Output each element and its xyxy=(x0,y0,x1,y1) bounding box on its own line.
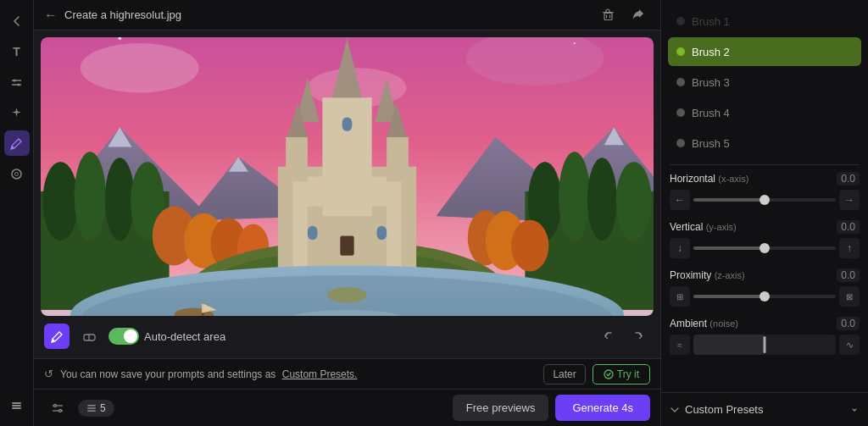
proximity-fill xyxy=(693,295,765,298)
vertical-thumb[interactable] xyxy=(760,243,770,253)
horizontal-track[interactable] xyxy=(693,198,836,202)
brush-label-3: Brush 3 xyxy=(692,76,730,89)
eraser-tool-button[interactable] xyxy=(76,324,102,349)
vertical-axis: (y-axis) xyxy=(706,222,737,232)
proximity-axis: (z-axis) xyxy=(715,270,745,280)
export-button[interactable] xyxy=(626,3,650,27)
brush-item-5[interactable]: Brush 5 xyxy=(668,129,861,158)
svg-rect-81 xyxy=(87,405,96,407)
undo-redo-group xyxy=(596,324,650,349)
canvas-image[interactable] xyxy=(41,37,654,316)
proximity-left-button[interactable]: ⊞ xyxy=(670,286,690,307)
custom-presets-arrow-icon xyxy=(670,405,680,415)
auto-detect-toggle-wrap: Auto-detect area xyxy=(108,328,225,345)
custom-presets-footer[interactable]: Custom Presets xyxy=(661,392,868,426)
proximity-slider-header: Proximity (z-axis) 0.0 xyxy=(670,268,860,282)
ambient-left-button[interactable]: ≈ xyxy=(670,335,690,355)
svg-rect-82 xyxy=(87,407,96,409)
nav-back-icon[interactable] xyxy=(4,8,30,34)
ambient-slider-row: ≈ ∿ xyxy=(670,335,860,355)
top-back-icon[interactable]: ← xyxy=(44,8,58,23)
svg-rect-63 xyxy=(340,235,353,255)
proximity-slider-group: Proximity (z-axis) 0.0 ⊞ ⊠ xyxy=(670,268,860,307)
svg-point-15 xyxy=(81,43,199,92)
brush-item-2[interactable]: Brush 2 xyxy=(668,37,861,66)
horizontal-right-button[interactable]: → xyxy=(839,190,860,210)
auto-detect-label: Auto-detect area xyxy=(144,330,225,343)
horizontal-slider-row: ← → xyxy=(670,190,860,210)
ambient-slider-header: Ambient (noise) 0.0 xyxy=(670,317,860,330)
proximity-label: Proximity (z-axis) xyxy=(670,269,745,281)
ambient-thumb[interactable] xyxy=(764,336,766,353)
notif-link[interactable]: Custom Presets. xyxy=(282,368,358,380)
ambient-track[interactable] xyxy=(693,335,836,355)
brush-label-1: Brush 1 xyxy=(692,15,730,28)
main-content: ← Create a highresolut.jpg xyxy=(34,0,660,426)
brush-dot-1 xyxy=(676,17,685,25)
brush-item-1[interactable]: Brush 1 xyxy=(668,7,861,36)
undo-button[interactable] xyxy=(596,324,621,349)
brush-dot-2 xyxy=(676,47,685,56)
image-container xyxy=(41,37,654,316)
svg-rect-62 xyxy=(376,226,387,240)
bottom-bar: 5 Free previews Generate 4s xyxy=(34,389,660,426)
step-badge[interactable]: 5 xyxy=(78,400,114,417)
svg-point-4 xyxy=(12,146,14,148)
svg-rect-50 xyxy=(322,97,371,216)
ambient-value: 0.0 xyxy=(837,317,860,330)
notification-bar: ↺ You can now save your prompts and sett… xyxy=(34,358,660,389)
horizontal-thumb[interactable] xyxy=(760,195,770,205)
svg-rect-61 xyxy=(308,226,318,240)
top-actions xyxy=(596,3,650,27)
ambient-slider-group: Ambient (noise) 0.0 ≈ ∿ xyxy=(670,317,860,355)
vertical-slider-row: ↓ ↑ xyxy=(670,238,860,258)
svg-point-35 xyxy=(587,158,617,241)
settings-button[interactable] xyxy=(44,395,71,422)
nav-circle-icon[interactable] xyxy=(4,161,30,186)
svg-point-34 xyxy=(559,152,590,241)
nav-brush-icon[interactable] xyxy=(4,130,30,156)
svg-point-73 xyxy=(52,339,54,341)
image-toolbar: Auto-detect area xyxy=(41,321,654,351)
svg-point-72 xyxy=(327,287,367,303)
brush-tool-button[interactable] xyxy=(44,324,70,349)
horizontal-left-button[interactable]: ← xyxy=(670,190,690,210)
brush-list: Brush 1 Brush 2 Brush 3 Brush 4 Brush 5 xyxy=(661,0,868,164)
svg-point-3 xyxy=(18,83,20,86)
svg-rect-83 xyxy=(87,410,96,412)
generate-button[interactable]: Generate 4s xyxy=(555,395,650,421)
free-previews-button[interactable]: Free previews xyxy=(453,395,549,421)
svg-rect-56 xyxy=(286,137,308,181)
vertical-left-button[interactable]: ↓ xyxy=(670,238,690,258)
brush-item-3[interactable]: Brush 3 xyxy=(668,68,861,97)
vertical-fill xyxy=(693,246,765,250)
left-sidebar: T xyxy=(0,0,34,426)
proximity-value: 0.0 xyxy=(837,268,860,282)
nav-magic-icon[interactable] xyxy=(4,100,30,125)
ambient-right-button[interactable]: ∿ xyxy=(839,335,860,355)
brush-dot-4 xyxy=(676,108,685,117)
later-button[interactable]: Later xyxy=(543,364,585,385)
brush-item-4[interactable]: Brush 4 xyxy=(668,98,861,127)
top-bar: ← Create a highresolut.jpg xyxy=(34,0,660,30)
brush-dot-3 xyxy=(676,78,685,86)
try-it-button[interactable]: Try it xyxy=(593,364,650,385)
svg-point-28 xyxy=(42,162,78,241)
canvas-area: Auto-detect area xyxy=(34,30,660,358)
proximity-track[interactable] xyxy=(693,295,836,298)
delete-button[interactable] xyxy=(596,3,620,27)
redo-button[interactable] xyxy=(625,324,650,349)
nav-layers-icon[interactable] xyxy=(4,392,30,418)
proximity-thumb[interactable] xyxy=(760,291,770,302)
sliders-section: Horizontal (x-axis) 0.0 ← → Vertical (y-… xyxy=(661,165,868,392)
vertical-right-button[interactable]: ↑ xyxy=(839,238,860,258)
svg-point-6 xyxy=(15,172,19,175)
vertical-track[interactable] xyxy=(693,246,836,250)
brush-label-4: Brush 4 xyxy=(692,107,730,119)
proximity-right-button[interactable]: ⊠ xyxy=(839,286,860,307)
brush-dot-5 xyxy=(676,139,685,147)
svg-point-79 xyxy=(54,404,57,407)
nav-adjust-icon[interactable] xyxy=(4,69,30,95)
auto-detect-toggle[interactable] xyxy=(108,328,139,345)
nav-text-icon[interactable]: T xyxy=(4,39,30,64)
